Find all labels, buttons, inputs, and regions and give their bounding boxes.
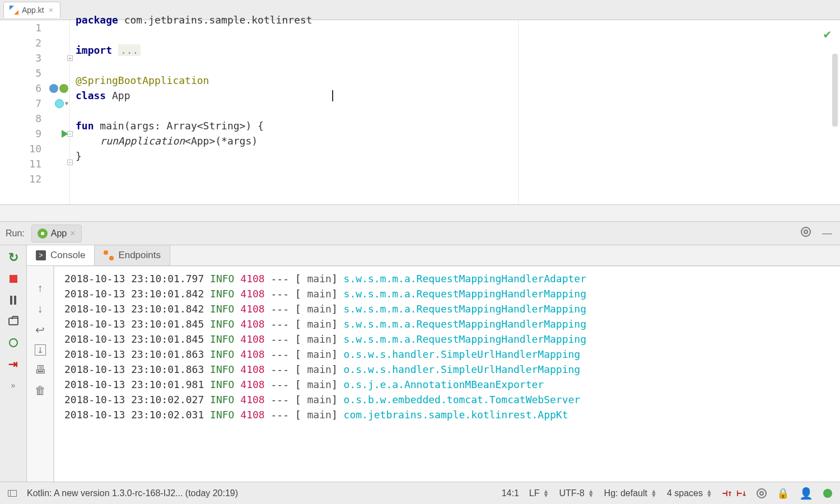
stop-icon	[10, 275, 17, 283]
chevron-right-icon: »	[11, 381, 16, 390]
log-line: 2018-10-13 23:10:01.842 INFO 4108 --- [ …	[64, 286, 840, 301]
log-line: 2018-10-13 23:10:01.842 INFO 4108 --- [ …	[64, 301, 840, 316]
endpoints-icon	[104, 250, 114, 260]
editor: 1 2 3+ 5 6 7 ▼ 8 9 − 10 11− 12 ✔ package…	[0, 20, 840, 205]
console-icon: >	[36, 250, 46, 260]
kotlin-class-icon[interactable]	[55, 99, 64, 108]
splitter[interactable]	[0, 205, 840, 222]
line-number: 2	[35, 37, 41, 49]
log-line: 2018-10-13 23:10:01.863 INFO 4108 --- [ …	[64, 362, 840, 377]
code-token: import	[76, 44, 112, 56]
inspection-ok-icon[interactable]: ✔	[824, 27, 831, 41]
line-number: 12	[29, 173, 41, 185]
encoding-label: UTF-8	[559, 488, 584, 498]
chevron-down-icon[interactable]: ▼	[65, 100, 68, 106]
print-icon[interactable]: 🖶	[35, 363, 46, 376]
dump-threads-button[interactable]	[7, 315, 20, 328]
reload-icon: ↻	[8, 250, 18, 265]
status-notification[interactable]: Kotlin: A new version 1.3.0-rc-168-IJ2..…	[27, 488, 238, 498]
process-indicator[interactable]	[823, 489, 832, 498]
file-tab-label: App.kt	[22, 6, 44, 15]
tab-label: Console	[50, 250, 85, 261]
line-number: 8	[35, 113, 41, 124]
indent-label: 4 spaces	[667, 488, 703, 498]
vcs-label: Hg: default	[604, 488, 647, 498]
line-number: 3	[35, 52, 41, 64]
code-token: class	[76, 90, 106, 101]
spring-boot-icon	[38, 228, 48, 239]
editor-gutter[interactable]: 1 2 3+ 5 6 7 ▼ 8 9 − 10 11− 12	[0, 20, 70, 204]
log-line: 2018-10-13 23:10:01.797 INFO 4108 --- [ …	[64, 271, 840, 286]
pause-icon	[10, 296, 16, 305]
close-icon[interactable]: ×	[70, 228, 75, 239]
camera-icon	[8, 318, 18, 325]
pause-button[interactable]	[7, 293, 20, 307]
exit-button[interactable]: ⇥	[7, 357, 20, 371]
line-number: 10	[29, 143, 41, 155]
run-config-tab[interactable]: App ×	[31, 225, 82, 242]
clear-icon[interactable]: 🗑	[35, 384, 46, 397]
log-line: 2018-10-13 23:10:01.981 INFO 4108 --- [ …	[64, 377, 840, 392]
stop-button[interactable]	[7, 272, 20, 286]
settings-button[interactable]	[799, 225, 813, 242]
run-label: Run:	[6, 228, 25, 239]
log-line: 2018-10-13 23:10:02.031 INFO 4108 --- [ …	[64, 407, 840, 422]
run-left-rail: ↻ ⇥ »	[0, 245, 27, 482]
toggle-panels-button[interactable]	[8, 490, 17, 497]
scrollbar[interactable]	[832, 54, 838, 127]
line-number: 1	[35, 22, 41, 34]
encoding[interactable]: UTF-8▲▼	[559, 488, 594, 498]
gear-icon	[801, 227, 811, 237]
minimize-button[interactable]: —	[820, 225, 834, 241]
more-button[interactable]: »	[7, 379, 20, 392]
code-token: @SpringBootApplication	[76, 74, 209, 86]
line-number: 9	[35, 128, 41, 139]
panel-icon	[8, 490, 17, 497]
ide-settings-icon[interactable]	[757, 488, 767, 498]
green-dot-icon	[823, 489, 832, 498]
tab-endpoints[interactable]: Endpoints	[95, 245, 170, 265]
line-number: 7	[35, 97, 41, 109]
lock-icon[interactable]: 🔒	[777, 487, 789, 500]
code-token	[76, 135, 100, 147]
code-token: }	[76, 150, 82, 162]
code-pane[interactable]: ✔ package com.jetbrains.sample.kotlinres…	[70, 20, 840, 204]
vcs-branch[interactable]: Hg: default▲▼	[604, 488, 657, 498]
code-token: runApplication	[100, 135, 185, 147]
line-number: 11	[29, 158, 41, 170]
line-number: 5	[35, 67, 41, 79]
run-tool-header: Run: App × —	[0, 222, 840, 245]
close-icon[interactable]: ×	[48, 6, 54, 15]
log-line: 2018-10-13 23:10:01.845 INFO 4108 --- [ …	[64, 332, 840, 347]
log-line: 2018-10-13 23:10:01.845 INFO 4108 --- [ …	[64, 316, 840, 332]
spring-config-icon[interactable]	[59, 84, 68, 93]
inspector-icon[interactable]: 👤	[799, 487, 813, 500]
spring-bean-icon[interactable]	[49, 84, 58, 93]
scroll-to-end-icon[interactable]: ⤓	[35, 344, 46, 356]
caret-position[interactable]: 14:1	[502, 488, 519, 498]
folded-region[interactable]: ...	[118, 44, 141, 56]
bug-icon	[9, 338, 18, 347]
line-number: 6	[35, 82, 41, 94]
console-side-rail: ↑ ↓ ↩ ⤓ 🖶 🗑	[27, 266, 54, 482]
code-token: com.jetbrains.sample.kotlinrest	[118, 14, 312, 26]
code-token: main(args: Array<String>) {	[94, 120, 264, 132]
exit-icon: ⇥	[8, 357, 18, 371]
right-margin-line	[518, 20, 519, 204]
line-separator[interactable]: LF▲▼	[529, 488, 549, 498]
text-caret	[332, 90, 333, 101]
run-tool-body: ↻ ⇥ » > Console Endpoints ↑ ↓ ↩ ⤓ 🖶	[0, 245, 840, 482]
scroll-down-icon[interactable]: ↓	[38, 302, 43, 315]
file-tab-app[interactable]: App.kt ×	[3, 2, 60, 18]
console-output[interactable]: 2018-10-13 23:10:01.797 INFO 4108 --- [ …	[54, 266, 840, 482]
status-bar: Kotlin: A new version 1.3.0-rc-168-IJ2..…	[0, 482, 840, 504]
code-token: package	[76, 14, 118, 26]
vcs-sync-icon[interactable]: ⊣↑ ⊢↓	[722, 488, 746, 498]
tab-console[interactable]: > Console	[27, 245, 95, 265]
soft-wrap-icon[interactable]: ↩	[35, 323, 45, 337]
debug-button[interactable]	[7, 336, 20, 349]
indent-setting[interactable]: 4 spaces▲▼	[667, 488, 712, 498]
log-line: 2018-10-13 23:10:01.863 INFO 4108 --- [ …	[64, 347, 840, 362]
scroll-up-icon[interactable]: ↑	[38, 282, 43, 295]
rerun-button[interactable]: ↻	[7, 251, 20, 264]
